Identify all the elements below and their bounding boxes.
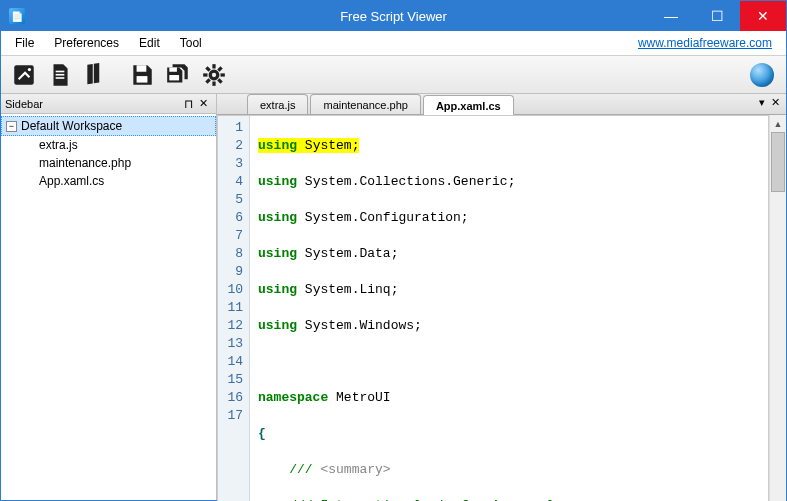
code-editor[interactable]: 1 2 3 4 5 6 7 8 9 10 11 12 13 <box>217 115 769 501</box>
sidebar-title: Sidebar <box>5 98 43 110</box>
svg-rect-5 <box>137 65 147 72</box>
scroll-up-icon[interactable]: ▲ <box>770 115 786 132</box>
toolbar <box>1 56 786 94</box>
tree-root-label: Default Workspace <box>21 119 122 133</box>
folder-button[interactable] <box>79 59 113 91</box>
tree-root[interactable]: − Default Workspace <box>1 116 216 136</box>
menu-file[interactable]: File <box>5 33 44 53</box>
menu-preferences[interactable]: Preferences <box>44 33 129 53</box>
tab-close-icon[interactable]: ✕ <box>771 96 780 109</box>
svg-point-9 <box>210 71 218 79</box>
svg-line-15 <box>218 79 221 82</box>
settings-button[interactable] <box>197 59 231 91</box>
window-controls: — ☐ ✕ <box>648 1 786 31</box>
tab-app-xaml-cs[interactable]: App.xaml.cs <box>423 95 514 115</box>
save-button[interactable] <box>125 59 159 91</box>
svg-rect-7 <box>169 67 177 71</box>
svg-rect-6 <box>137 76 148 83</box>
svg-rect-4 <box>56 77 65 79</box>
new-file-button[interactable] <box>7 59 41 91</box>
save-all-button[interactable] <box>161 59 195 91</box>
tab-extra-js[interactable]: extra.js <box>247 94 308 114</box>
code-area[interactable]: using System; using System.Collections.G… <box>250 116 768 501</box>
maximize-button[interactable]: ☐ <box>694 1 740 31</box>
app-window: 📄 Free Script Viewer — ☐ ✕ File Preferen… <box>0 0 787 501</box>
sidebar: Sidebar ⊓ ✕ − Default Workspace extra.js… <box>1 94 217 500</box>
titlebar: 📄 Free Script Viewer — ☐ ✕ <box>1 1 786 31</box>
tree-item[interactable]: maintenance.php <box>1 154 216 172</box>
tab-dropdown-icon[interactable]: ▾ <box>759 96 765 109</box>
line-gutter: 1 2 3 4 5 6 7 8 9 10 11 12 13 <box>218 116 250 501</box>
pin-icon[interactable]: ⊓ <box>182 97 195 111</box>
app-icon: 📄 <box>9 8 25 24</box>
svg-line-17 <box>218 67 221 70</box>
tree-item[interactable]: extra.js <box>1 136 216 154</box>
svg-rect-2 <box>56 70 65 72</box>
window-title: Free Script Viewer <box>340 9 447 24</box>
svg-line-14 <box>206 67 209 70</box>
tab-maintenance-php[interactable]: maintenance.php <box>310 94 420 114</box>
menu-tool[interactable]: Tool <box>170 33 212 53</box>
sidebar-tree: − Default Workspace extra.js maintenance… <box>1 114 216 500</box>
svg-line-16 <box>206 79 209 82</box>
tab-strip: extra.js maintenance.php App.xaml.cs ▾ ✕ <box>217 94 786 115</box>
menu-edit[interactable]: Edit <box>129 33 170 53</box>
minimize-button[interactable]: — <box>648 1 694 31</box>
svg-point-1 <box>28 67 31 70</box>
svg-rect-3 <box>56 73 65 75</box>
globe-icon[interactable] <box>750 63 774 87</box>
editor-pane: extra.js maintenance.php App.xaml.cs ▾ ✕… <box>217 94 786 500</box>
vertical-scrollbar[interactable]: ▲ ▼ <box>769 115 786 501</box>
scroll-thumb[interactable] <box>771 132 785 192</box>
close-button[interactable]: ✕ <box>740 1 786 31</box>
tree-collapse-icon[interactable]: − <box>6 121 17 132</box>
menubar: File Preferences Edit Tool www.mediafree… <box>1 31 786 56</box>
tree-item[interactable]: App.xaml.cs <box>1 172 216 190</box>
body-area: Sidebar ⊓ ✕ − Default Workspace extra.js… <box>1 94 786 500</box>
svg-rect-8 <box>169 75 179 80</box>
sidebar-close-icon[interactable]: ✕ <box>195 97 212 110</box>
document-button[interactable] <box>43 59 77 91</box>
sidebar-header: Sidebar ⊓ ✕ <box>1 94 216 114</box>
vendor-link[interactable]: www.mediafreeware.com <box>638 36 782 50</box>
